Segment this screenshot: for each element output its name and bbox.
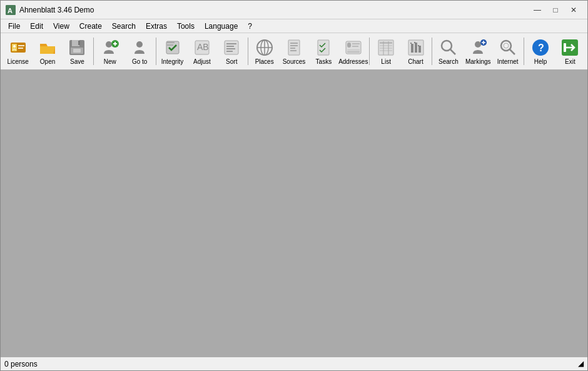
menu-language[interactable]: Language bbox=[200, 21, 243, 32]
svg-point-12 bbox=[106, 41, 112, 48]
svg-point-64 bbox=[504, 43, 509, 48]
main-area bbox=[1, 71, 587, 357]
search-icon bbox=[438, 38, 459, 58]
open-icon bbox=[38, 38, 58, 58]
addresses-button[interactable]: Addresses bbox=[338, 34, 368, 69]
chart-label: Chart bbox=[408, 59, 423, 65]
svg-rect-51 bbox=[411, 44, 413, 53]
exit-button[interactable]: Exit bbox=[555, 34, 585, 69]
addresses-label: Addresses bbox=[338, 59, 368, 65]
svg-rect-69 bbox=[564, 43, 566, 52]
open-label: Open bbox=[40, 59, 55, 65]
svg-rect-4 bbox=[18, 45, 24, 46]
svg-rect-32 bbox=[290, 43, 298, 44]
sep-1 bbox=[93, 38, 94, 65]
exit-label: Exit bbox=[565, 59, 575, 65]
svg-rect-23 bbox=[226, 43, 236, 44]
sep-4 bbox=[369, 38, 370, 65]
adjust-button[interactable]: AB Adjust bbox=[187, 34, 216, 69]
integrity-button[interactable]: Integrity bbox=[158, 34, 187, 69]
help-button[interactable]: ? Help bbox=[525, 34, 555, 69]
goto-button[interactable]: Go to bbox=[124, 34, 154, 69]
minimize-button[interactable]: — bbox=[529, 3, 546, 17]
svg-rect-22 bbox=[225, 41, 238, 54]
svg-rect-44 bbox=[380, 42, 392, 44]
sep-3 bbox=[248, 38, 248, 65]
menu-tools[interactable]: Tools bbox=[172, 21, 200, 32]
save-button[interactable]: Save bbox=[63, 34, 92, 69]
menu-view[interactable]: View bbox=[48, 21, 74, 32]
svg-point-6 bbox=[13, 45, 16, 48]
menu-bar: File Edit View Create Search Extras Tool… bbox=[1, 19, 587, 33]
menu-search[interactable]: Search bbox=[107, 21, 141, 32]
new-icon bbox=[100, 38, 120, 58]
save-label: Save bbox=[70, 59, 84, 65]
new-label: New bbox=[104, 59, 116, 65]
list-button[interactable]: List bbox=[371, 34, 400, 69]
svg-point-57 bbox=[442, 41, 452, 51]
sources-button[interactable]: Sources bbox=[279, 34, 308, 69]
toolbar: License Open Save bbox=[1, 33, 587, 71]
list-label: List bbox=[381, 59, 391, 65]
list-icon bbox=[376, 38, 396, 58]
adjust-label: Adjust bbox=[193, 59, 211, 65]
tasks-button[interactable]: Tasks bbox=[309, 34, 338, 69]
sep-2 bbox=[156, 38, 156, 65]
goto-icon bbox=[129, 38, 150, 58]
svg-point-59 bbox=[475, 41, 481, 48]
license-button[interactable]: License bbox=[3, 34, 33, 69]
menu-help[interactable]: ? bbox=[243, 21, 257, 32]
license-label: License bbox=[7, 59, 28, 65]
sources-label: Sources bbox=[283, 59, 306, 65]
svg-rect-47 bbox=[380, 50, 392, 51]
svg-rect-42 bbox=[347, 51, 360, 53]
svg-rect-55 bbox=[414, 42, 415, 43]
chart-button[interactable]: Chart bbox=[401, 34, 430, 69]
places-button[interactable]: Places bbox=[250, 34, 279, 69]
sep-5 bbox=[432, 38, 432, 65]
menu-extras[interactable]: Extras bbox=[141, 21, 172, 32]
svg-text:AB: AB bbox=[197, 42, 209, 52]
markings-icon bbox=[468, 38, 488, 58]
svg-rect-53 bbox=[418, 46, 421, 53]
menu-create[interactable]: Create bbox=[74, 21, 107, 32]
title-bar: A Ahnenblatt 3.46 Demo — □ ✕ bbox=[1, 1, 587, 19]
app-icon: A bbox=[6, 5, 16, 15]
svg-point-16 bbox=[136, 41, 143, 48]
svg-rect-46 bbox=[380, 48, 392, 49]
svg-rect-40 bbox=[352, 46, 358, 47]
svg-rect-45 bbox=[380, 45, 392, 46]
markings-button[interactable]: Markings bbox=[464, 34, 493, 69]
tasks-icon bbox=[313, 38, 333, 58]
open-button[interactable]: Open bbox=[33, 34, 62, 69]
svg-rect-39 bbox=[352, 43, 360, 44]
svg-text:A: A bbox=[8, 7, 13, 14]
sort-label: Sort bbox=[226, 59, 237, 65]
svg-rect-52 bbox=[415, 43, 417, 53]
sort-button[interactable]: Sort bbox=[217, 34, 246, 69]
svg-rect-9 bbox=[78, 41, 80, 45]
svg-rect-35 bbox=[290, 50, 297, 51]
svg-rect-25 bbox=[226, 48, 235, 49]
svg-rect-24 bbox=[226, 46, 234, 47]
search-button[interactable]: Search bbox=[433, 34, 463, 69]
close-button[interactable]: ✕ bbox=[565, 3, 582, 17]
sep-6 bbox=[524, 38, 524, 65]
places-icon bbox=[255, 38, 275, 58]
sort-icon bbox=[221, 38, 241, 58]
search-label: Search bbox=[438, 59, 459, 65]
title-text: Ahnenblatt 3.46 Demo bbox=[19, 6, 94, 14]
svg-rect-33 bbox=[290, 45, 298, 46]
menu-edit[interactable]: Edit bbox=[25, 21, 48, 32]
status-text: 0 persons bbox=[4, 360, 576, 368]
internet-button[interactable]: Internet bbox=[493, 34, 522, 69]
svg-rect-19 bbox=[167, 44, 173, 46]
svg-rect-56 bbox=[418, 45, 419, 46]
chart-icon bbox=[406, 38, 426, 58]
new-button[interactable]: New bbox=[95, 34, 124, 69]
menu-file[interactable]: File bbox=[3, 21, 25, 32]
markings-label: Markings bbox=[465, 59, 491, 65]
svg-text:?: ? bbox=[538, 43, 544, 53]
maximize-button[interactable]: □ bbox=[547, 3, 564, 17]
svg-rect-18 bbox=[167, 42, 175, 43]
